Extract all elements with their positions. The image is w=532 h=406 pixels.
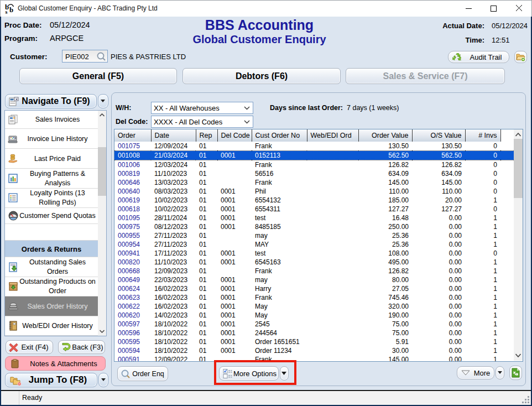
svg-text:b: b xyxy=(9,6,13,14)
svg-text:s: s xyxy=(6,9,8,14)
